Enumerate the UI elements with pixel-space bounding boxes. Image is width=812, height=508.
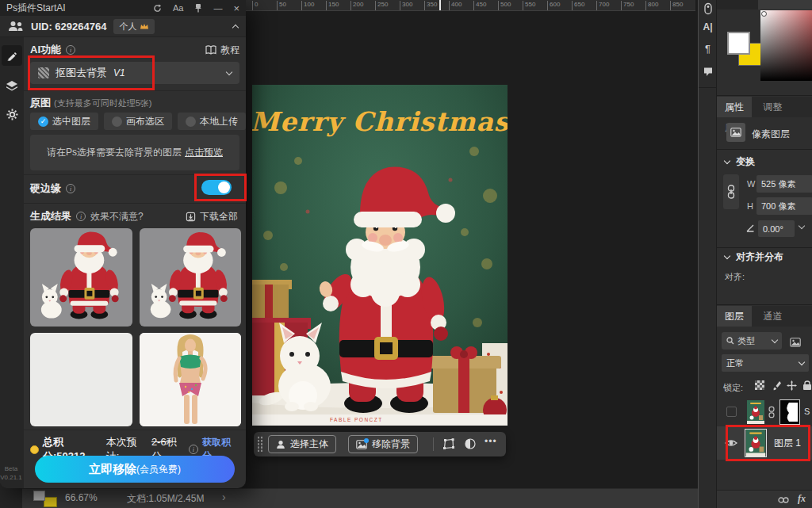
coin-icon	[30, 445, 39, 454]
ruler-tick: 500	[498, 1, 511, 10]
dissatisfied-link[interactable]: 效果不满意?	[90, 210, 144, 223]
account-row[interactable]: UID: 629264764 个人	[0, 16, 246, 37]
result-thumbnail-2[interactable]	[140, 228, 241, 327]
zoom-level[interactable]: 66.67%	[65, 492, 98, 503]
mode-dropdown[interactable]: 抠图去背景 V1	[30, 62, 239, 84]
layer-filter-search[interactable]: 类型	[722, 332, 782, 349]
hard-edge-toggle[interactable]	[201, 180, 232, 195]
ruler-tick: 200	[350, 1, 363, 10]
info-icon[interactable]: i	[66, 184, 75, 193]
tab-properties[interactable]: 属性	[717, 97, 752, 117]
width-label: W	[747, 179, 755, 189]
statusbar-chevron[interactable]: ›	[222, 491, 226, 503]
ruler-tick: 400	[449, 1, 462, 10]
align-title: 对齐并分布	[736, 250, 783, 264]
layer-mask-thumbnail[interactable]	[780, 400, 799, 424]
nav-edit-icon[interactable]	[2, 45, 22, 66]
link-dimensions-icon[interactable]	[723, 174, 739, 209]
startai-plugin-panel: Ps插件StartAI Aa — × UID: 629264764 个人	[0, 0, 246, 488]
option-canvas-selection[interactable]: 画布选区	[104, 113, 172, 130]
chevron-down-icon	[724, 253, 730, 259]
option-local-upload[interactable]: 本地上传	[178, 113, 246, 130]
filter-image-icon[interactable]	[790, 336, 801, 350]
align-section-header[interactable]: 对齐并分布	[725, 250, 783, 264]
statusbar-bg-swatch[interactable]	[44, 497, 57, 507]
angle-dropdown-chevron[interactable]	[799, 223, 805, 229]
foreground-color-swatch[interactable]	[727, 32, 750, 55]
ruler-tick: 600	[547, 1, 560, 10]
lock-label: 锁定:	[723, 382, 743, 394]
color-field[interactable]	[760, 10, 812, 81]
select-subject-label: 选择主体	[290, 437, 328, 451]
comments-panel-icon[interactable]	[699, 67, 717, 77]
nav-layers-icon[interactable]	[2, 75, 22, 96]
layer-row-hidden[interactable]: S	[717, 398, 812, 426]
download-all-label: 下载全部	[200, 210, 238, 223]
plan-badge-label: 个人	[119, 21, 136, 32]
result-thumbnail-4[interactable]	[140, 333, 241, 426]
layer-thumbnail[interactable]	[745, 430, 766, 456]
result-thumbnail-3[interactable]	[30, 333, 132, 426]
more-options-icon[interactable]: •••	[485, 436, 497, 447]
result-thumbnail-1[interactable]	[30, 228, 132, 327]
info-icon[interactable]: i	[66, 45, 75, 55]
tab-adjustments[interactable]: 调整	[755, 97, 790, 117]
panel-tab-lit[interactable]	[758, 0, 812, 10]
visibility-toggle-empty[interactable]	[726, 407, 737, 417]
tab-layers[interactable]: 图层	[717, 306, 752, 327]
blend-mode-select[interactable]: 正常	[722, 354, 809, 372]
ai-function-row: AI功能 i 教程	[30, 43, 239, 57]
nav-settings-gear-icon[interactable]	[2, 104, 22, 124]
taskbar-drag-handle[interactable]	[257, 436, 263, 453]
remove-now-button[interactable]: 立即移除 (会员免费)	[35, 456, 235, 483]
option-selected-layer[interactable]: ✓ 选中图层	[30, 113, 98, 130]
layer-name[interactable]: S	[804, 407, 810, 416]
collapse-chevron[interactable]	[232, 24, 239, 30]
preview-link[interactable]: 点击预览	[185, 146, 223, 159]
color-cursor[interactable]	[761, 11, 767, 17]
lock-paint-icon[interactable]	[771, 380, 781, 391]
paragraph-panel-icon[interactable]: ¶	[699, 43, 717, 55]
christmas-poster-image[interactable]: Merry Christmas FABLE PONCZT	[252, 85, 508, 426]
info-icon[interactable]: i	[76, 212, 86, 221]
align-label: 对齐:	[725, 271, 745, 283]
mode-label: 抠图去背景	[56, 66, 107, 80]
blend-mode-value: 正常	[726, 357, 744, 369]
lock-transparency-icon[interactable]	[755, 380, 764, 390]
adjustments-icon[interactable]	[465, 438, 476, 449]
angle-input[interactable]: 0.00°	[758, 220, 795, 237]
tool-icon-top[interactable]	[699, 2, 717, 15]
select-subject-button[interactable]: 选择主体	[268, 435, 336, 453]
minimize-icon[interactable]: —	[213, 3, 222, 13]
layer-name[interactable]: 图层 1	[774, 437, 801, 450]
toggle-knob	[218, 181, 230, 193]
close-icon[interactable]: ×	[233, 2, 239, 14]
layer-effects-icon[interactable]: fx	[798, 493, 806, 505]
width-input[interactable]: 525 像素	[756, 175, 812, 193]
transform-icon[interactable]	[442, 437, 455, 450]
remove-background-button[interactable]: 移除背景	[348, 435, 418, 453]
cta-note-label: (会员免费)	[136, 463, 181, 476]
tab-channels[interactable]: 通道	[755, 306, 790, 327]
plugin-titlebar[interactable]: Ps插件StartAI Aa — ×	[0, 0, 246, 16]
character-panel-icon[interactable]: A|	[699, 21, 717, 32]
contextual-taskbar: 选择主体 移除背景 •••	[254, 432, 506, 456]
lock-all-icon[interactable]	[802, 380, 812, 391]
info-icon[interactable]: i	[189, 445, 198, 454]
lock-position-icon[interactable]	[787, 380, 797, 391]
filter-type-label: 类型	[737, 335, 755, 347]
refresh-icon[interactable]	[153, 4, 162, 13]
height-input[interactable]: 700 像素	[756, 197, 812, 215]
uid-label: UID: 629264764	[31, 21, 106, 32]
eye-icon[interactable]	[725, 438, 737, 448]
plugin-left-nav: Beta V0.21.1	[0, 37, 24, 488]
pin-icon[interactable]	[194, 3, 202, 13]
text-size-icon[interactable]: Aa	[173, 3, 183, 13]
download-all-link[interactable]: 下载全部	[186, 210, 238, 223]
layer-row-selected[interactable]: 图层 1	[717, 426, 812, 460]
statusbar-fg-swatch[interactable]	[33, 491, 45, 501]
transform-section-header[interactable]: 变换	[725, 155, 755, 169]
link-layers-icon[interactable]	[777, 497, 790, 503]
layer-thumbnail[interactable]	[747, 400, 764, 424]
tutorial-link[interactable]: 教程	[205, 44, 239, 57]
